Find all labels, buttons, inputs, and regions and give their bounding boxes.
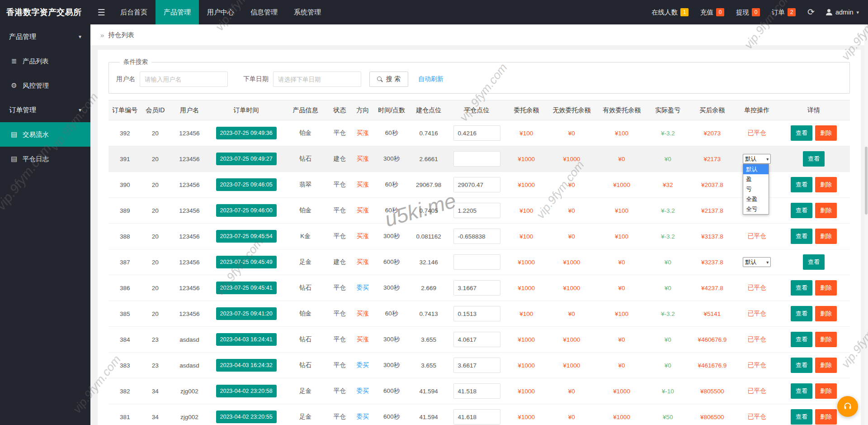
order-time-button[interactable]: 2023-04-03 16:24:32 (216, 359, 277, 372)
close-point-input[interactable] (453, 125, 500, 141)
sidebar-item[interactable]: ⚙风控管理 (0, 73, 90, 98)
view-button[interactable]: 查看 (791, 332, 812, 347)
cell-entrust: ¥1000 (505, 146, 547, 172)
view-button[interactable]: 查看 (803, 151, 825, 167)
close-point-input[interactable] (453, 306, 500, 321)
order-time-button[interactable]: 2023-07-25 09:45:54 (216, 230, 277, 243)
close-point-input[interactable] (453, 280, 500, 296)
control-select[interactable]: 默认▾ (743, 154, 771, 164)
nav-right-item[interactable]: 在线人数1 (646, 8, 694, 17)
nav-item[interactable]: 后台首页 (112, 0, 156, 24)
dropdown-option[interactable]: 盈 (743, 174, 769, 184)
view-button[interactable]: 查看 (791, 125, 812, 141)
nav-right-item[interactable]: 充值0 (694, 8, 730, 17)
nav-item[interactable]: 信息管理 (242, 0, 286, 24)
nav-spacer (329, 0, 646, 24)
cell-valid-entrust: ¥1000 (596, 172, 648, 198)
cell-order-id: 385 (108, 301, 141, 327)
page-scrollbar[interactable] (864, 24, 868, 425)
close-point-input[interactable] (453, 229, 500, 244)
sidebar-item[interactable]: ▤平仓日志 (0, 147, 90, 171)
control-select[interactable]: 默认▾ (743, 257, 771, 267)
sidebar-item[interactable]: ▤交易流水 (0, 122, 90, 147)
search-button[interactable]: 搜 索 (369, 72, 408, 87)
cell-direction: 委买 (351, 378, 374, 404)
close-point-input[interactable] (453, 254, 500, 270)
auto-refresh-link[interactable]: 自动刷新 (418, 75, 443, 83)
dropdown-option[interactable]: 全亏 (743, 204, 769, 214)
dropdown-option[interactable]: 默认 (743, 164, 769, 174)
delete-button[interactable]: 删除 (815, 358, 837, 373)
view-button[interactable]: 查看 (791, 229, 812, 244)
close-point-input[interactable] (453, 358, 500, 373)
entrust-value: ¥100 (519, 130, 533, 137)
dropdown-option[interactable]: 亏 (743, 184, 769, 194)
close-point-input[interactable] (453, 151, 500, 167)
order-time-button[interactable]: 2023-07-25 09:46:05 (216, 178, 277, 191)
delete-button[interactable]: 删除 (815, 177, 837, 192)
sidebar-item[interactable]: ≣产品列表 (0, 49, 90, 73)
order-time-button[interactable]: 2023-07-25 09:49:27 (216, 153, 277, 165)
delete-button[interactable]: 删除 (815, 229, 837, 244)
close-point-input[interactable] (453, 409, 500, 425)
close-point-input[interactable] (453, 332, 500, 347)
nav-item[interactable]: 系统管理 (286, 0, 329, 24)
delete-button[interactable]: 删除 (815, 125, 837, 141)
nav-right-item[interactable]: 订单2 (766, 8, 802, 17)
cell-order-id: 390 (108, 172, 141, 198)
cell-member-id: 34 (141, 378, 169, 404)
cell-username: zjg002 (169, 404, 209, 425)
admin-menu[interactable]: admin ▾ (821, 0, 868, 24)
view-button[interactable]: 查看 (791, 177, 812, 192)
support-icon (843, 401, 853, 411)
view-button[interactable]: 查看 (791, 280, 812, 296)
cell-control: 已平仓 (736, 301, 778, 327)
refresh-icon[interactable]: ⟳ (802, 0, 821, 24)
nav-item[interactable]: 用户中心 (199, 0, 242, 24)
order-time-button[interactable]: 2023-07-25 09:45:49 (216, 256, 277, 268)
sidebar-section-header[interactable]: 订单管理▾ (0, 98, 90, 122)
nav-item[interactable]: 产品管理 (156, 0, 199, 24)
delete-button[interactable]: 删除 (815, 383, 837, 399)
order-time-button[interactable]: 2023-07-25 09:45:41 (216, 282, 277, 294)
view-button[interactable]: 查看 (791, 306, 812, 321)
cell-valid-entrust: ¥1000 (596, 404, 648, 425)
after-balance-value: ¥2037.8 (701, 181, 723, 188)
order-time-button[interactable]: 2023-07-25 09:41:20 (216, 307, 277, 320)
cell-order-id: 392 (108, 120, 141, 146)
delete-button[interactable]: 删除 (815, 409, 837, 425)
view-button[interactable]: 查看 (791, 383, 812, 399)
close-point-input[interactable] (453, 383, 500, 399)
dropdown-option[interactable]: 全盈 (743, 194, 769, 204)
order-time-button[interactable]: 2023-04-02 23:20:58 (216, 385, 277, 397)
view-button[interactable]: 查看 (791, 409, 812, 425)
valid-entrust-value: ¥1000 (613, 414, 630, 420)
view-button[interactable]: 查看 (791, 203, 812, 218)
view-button[interactable]: 查看 (803, 254, 825, 270)
scrollbar-thumb[interactable] (865, 147, 868, 215)
order-time-button[interactable]: 2023-07-25 09:49:36 (216, 127, 277, 139)
delete-button[interactable]: 删除 (815, 203, 837, 218)
support-float-button[interactable] (837, 396, 858, 417)
order-time-button[interactable]: 2023-07-25 09:46:00 (216, 204, 277, 217)
cell-open-point: 3.655 (409, 353, 448, 378)
cell-profit: ¥0 (648, 249, 688, 275)
view-button[interactable]: 查看 (791, 358, 812, 373)
cell-direction: 委买 (351, 404, 374, 425)
delete-button[interactable]: 删除 (815, 306, 837, 321)
cell-control: 已平仓 (736, 275, 778, 301)
close-point-input[interactable] (453, 203, 500, 218)
nav-right-item[interactable]: 提现0 (730, 8, 766, 17)
hamburger-icon[interactable]: ☰ (90, 0, 112, 24)
sidebar-section-header[interactable]: 产品管理▾ (0, 24, 90, 49)
delete-button[interactable]: 删除 (815, 332, 837, 347)
column-header: 时间/点数 (374, 100, 409, 120)
close-point-input[interactable] (453, 177, 500, 192)
username-input[interactable] (140, 72, 228, 87)
cell-status: 平仓 (328, 224, 351, 249)
order-date-input[interactable] (273, 72, 361, 87)
cell-duration: 60秒 (374, 301, 409, 327)
order-time-button[interactable]: 2023-04-03 16:24:41 (216, 333, 277, 346)
delete-button[interactable]: 删除 (815, 280, 837, 296)
order-time-button[interactable]: 2023-04-02 23:20:55 (216, 411, 277, 423)
